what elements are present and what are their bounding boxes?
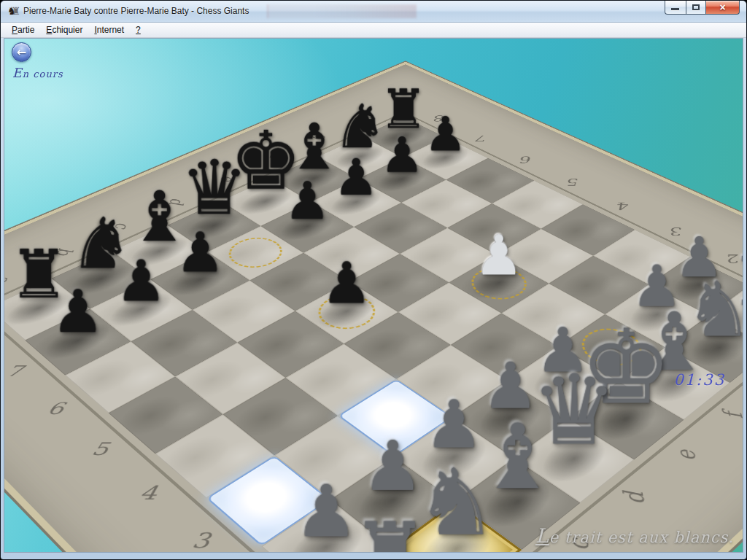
- rank-label-left-7: 7: [4, 362, 35, 380]
- rank-label-left-4: 4: [127, 482, 171, 505]
- minimize-button[interactable]: [665, 1, 686, 15]
- rank-label-right-6: 6: [513, 155, 541, 166]
- menu-item-partie[interactable]: Partie: [6, 23, 40, 36]
- file-label-bottom-f: f: [716, 403, 743, 428]
- window-title: Pierre-Marie Baty contre Pierre-Marie Ba…: [23, 6, 249, 16]
- menubar: PartieEchiquierInternet?: [1, 23, 746, 38]
- close-icon: ×: [706, 1, 739, 13]
- maximize-button[interactable]: [686, 1, 705, 15]
- square-d4[interactable]: [344, 312, 451, 379]
- file-label-bottom-d: d: [616, 483, 652, 513]
- window-buttons: ×: [665, 1, 740, 15]
- board-plane: 88aa77bb66cc55dd44ee33ff22gg11hh♜♞♝♛♚♝♞♜…: [4, 81, 743, 553]
- titlebar-glass-reflection: [267, 4, 417, 18]
- square-a5[interactable]: [109, 376, 223, 454]
- menu-item-internet[interactable]: Internet: [88, 23, 130, 36]
- maximize-icon: [692, 4, 700, 10]
- close-button[interactable]: ×: [705, 1, 740, 15]
- black-pawn-glyph: ♟: [26, 282, 131, 341]
- rank-label-left-5: 5: [79, 439, 122, 459]
- turn-status: Le trait est aux blancs.: [535, 524, 734, 547]
- back-arrow-icon: ←: [12, 45, 31, 59]
- game-clock: 01:33: [673, 371, 725, 389]
- black-pawn-glyph: ♟: [261, 175, 354, 227]
- rank-label-left-3: 3: [179, 529, 223, 553]
- minimize-icon: [671, 8, 679, 10]
- chess-pieces-icon: ♞♜: [7, 5, 20, 18]
- square-c4[interactable]: [286, 343, 397, 416]
- menu-item-echiquier[interactable]: Echiquier: [40, 23, 88, 36]
- game-state-label: En cours: [12, 66, 63, 80]
- titlebar[interactable]: ♞♜ Pierre-Marie Baty contre Pierre-Marie…: [1, 1, 746, 23]
- game-client-area: 88aa77bb66cc55dd44ee33ff22gg11hh♜♞♝♛♚♝♞♜…: [4, 38, 743, 553]
- rank-label-right-4: 4: [608, 200, 640, 211]
- rank-label-left-6: 6: [35, 399, 77, 418]
- back-button[interactable]: ←: [12, 42, 31, 62]
- file-label-bottom-e: e: [668, 442, 704, 469]
- rank-label-right-5: 5: [559, 176, 589, 187]
- app-window: ♞♜ Pierre-Marie Baty contre Pierre-Marie…: [0, 0, 747, 560]
- menu-item-?[interactable]: ?: [130, 23, 147, 36]
- game-scene: 88aa77bb66cc55dd44ee33ff22gg11hh♜♞♝♛♚♝♞♜…: [4, 39, 743, 552]
- white-rook-glyph: ♜: [322, 511, 457, 553]
